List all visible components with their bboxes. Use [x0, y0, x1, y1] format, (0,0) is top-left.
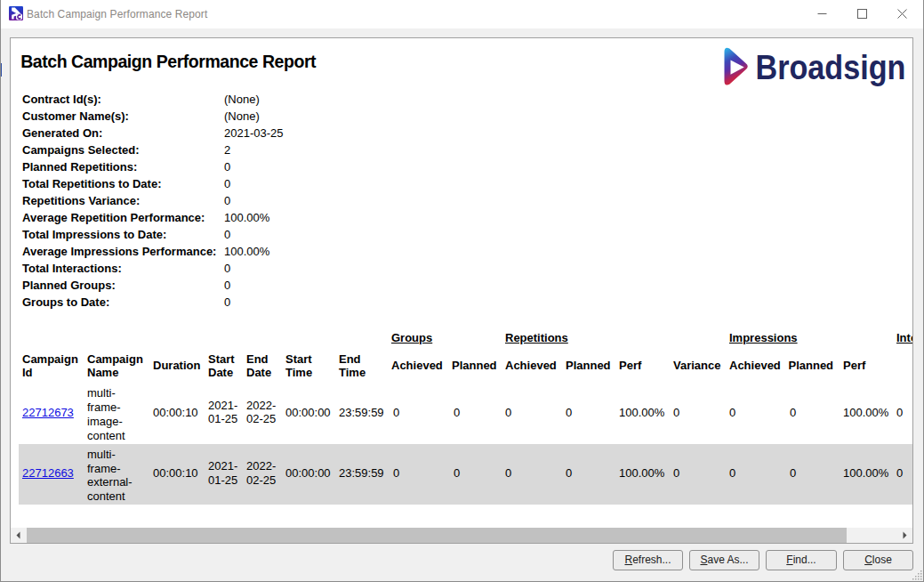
svg-text:Broadsign: Broadsign [756, 48, 906, 86]
